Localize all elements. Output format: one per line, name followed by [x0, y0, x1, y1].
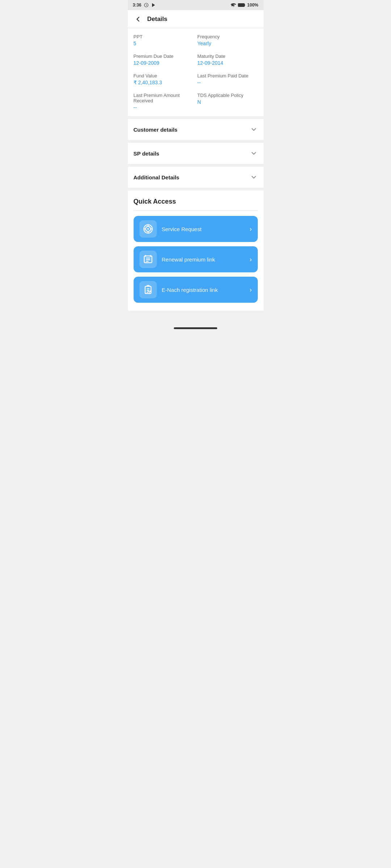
policy-details-card: PPT 5 Frequency Yearly Premium Due Date … — [128, 28, 264, 116]
e-nach-arrow: › — [250, 286, 252, 294]
tds-applicable-value: N — [197, 99, 258, 105]
target-icon — [143, 224, 153, 234]
wifi-icon — [231, 3, 236, 7]
status-time: 3:36 — [133, 3, 156, 8]
play-icon — [151, 3, 156, 8]
service-request-icon-wrap — [139, 220, 157, 238]
additional-details-chevron — [250, 173, 258, 181]
ppt-label: PPT — [134, 34, 194, 39]
back-button[interactable] — [133, 14, 143, 24]
nav-bar: Details — [128, 10, 264, 28]
e-nach-registration-item[interactable]: E-Nach registration link › — [134, 277, 258, 303]
svg-marker-1 — [152, 3, 155, 7]
last-premium-paid-date-field: Last Premium Paid Date -- — [197, 73, 258, 85]
svg-rect-3 — [238, 4, 244, 6]
additional-details-title: Additional Details — [134, 174, 180, 180]
renewal-premium-icon-wrap — [139, 251, 157, 268]
renewal-premium-item[interactable]: Renewal premium link › — [134, 246, 258, 272]
maturity-date-label: Maturity Date — [197, 54, 258, 59]
battery-icon — [238, 3, 246, 7]
renewal-premium-label: Renewal premium link — [162, 256, 245, 263]
svg-point-6 — [147, 228, 149, 230]
home-indicator — [128, 324, 264, 332]
fund-value-label: Fund Value — [134, 73, 194, 78]
notification-icon — [144, 3, 149, 8]
sp-details-title: SP details — [134, 150, 159, 157]
clipboard-icon — [143, 285, 153, 295]
page-title: Details — [147, 16, 168, 23]
content-area: PPT 5 Frequency Yearly Premium Due Date … — [128, 28, 264, 324]
home-indicator-bar — [174, 327, 217, 329]
frequency-value: Yearly — [197, 41, 258, 46]
e-nach-icon-wrap — [139, 281, 157, 298]
premium-due-date-field: Premium Due Date 12-09-2009 — [134, 54, 194, 66]
quick-access-title: Quick Access — [134, 198, 258, 205]
frequency-label: Frequency — [197, 34, 258, 39]
customer-details-accordion[interactable]: Customer details — [128, 119, 264, 140]
last-premium-amount-label: Last Premium Amount Received — [134, 93, 194, 103]
ppt-field: PPT 5 — [134, 34, 194, 46]
additional-details-accordion[interactable]: Additional Details — [128, 167, 264, 188]
tds-applicable-label: TDS Applicable Policy — [197, 93, 258, 98]
quick-access-divider — [134, 210, 258, 211]
sp-details-chevron — [250, 149, 258, 157]
ppt-value: 5 — [134, 41, 194, 46]
maturity-date-field: Maturity Date 12-09-2014 — [197, 54, 258, 66]
last-premium-amount-field: Last Premium Amount Received -- — [134, 93, 194, 110]
policy-details-grid: PPT 5 Frequency Yearly Premium Due Date … — [134, 34, 258, 110]
service-request-item[interactable]: Service Request › — [134, 216, 258, 242]
last-premium-paid-date-label: Last Premium Paid Date — [197, 73, 258, 78]
e-nach-label: E-Nach registration link — [162, 287, 245, 293]
renewal-premium-arrow: › — [250, 256, 252, 263]
service-request-arrow: › — [250, 225, 252, 233]
sp-details-accordion[interactable]: SP details — [128, 143, 264, 164]
customer-details-chevron — [250, 125, 258, 133]
quick-access-card: Quick Access Service Request › — [128, 191, 264, 311]
premium-due-date-value: 12-09-2009 — [134, 60, 194, 66]
fund-value-value: ₹ 2,40,183.3 — [134, 80, 194, 85]
maturity-date-value: 12-09-2014 — [197, 60, 258, 66]
fund-value-field: Fund Value ₹ 2,40,183.3 — [134, 73, 194, 85]
tds-applicable-field: TDS Applicable Policy N — [197, 93, 258, 110]
service-request-label: Service Request — [162, 226, 245, 232]
status-indicators: 100% — [231, 3, 258, 8]
last-premium-amount-value: -- — [134, 105, 194, 110]
frequency-field: Frequency Yearly — [197, 34, 258, 46]
premium-due-date-label: Premium Due Date — [134, 54, 194, 59]
last-premium-paid-date-value: -- — [197, 80, 258, 85]
list-icon — [143, 254, 153, 264]
status-bar: 3:36 100% — [128, 0, 264, 10]
customer-details-title: Customer details — [134, 127, 178, 133]
